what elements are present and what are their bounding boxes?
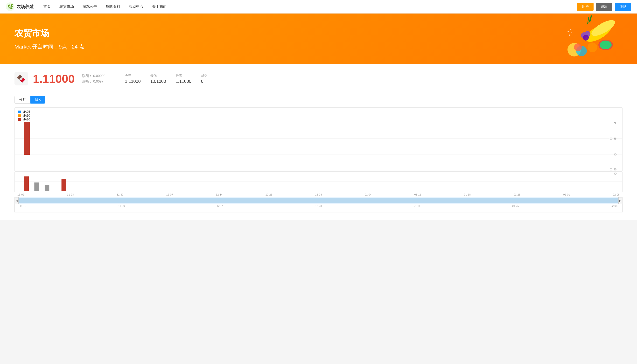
stat-low: 最低 1.01000 (150, 74, 166, 84)
svg-rect-32 (45, 185, 49, 191)
x-label-12: 02-08 (613, 193, 620, 196)
open-value: 1.11000 (125, 79, 141, 84)
main-content: 🍫 1.11000 涨额： 0.00000 涨幅： 0.00% 今开 1.110… (0, 64, 637, 220)
legend-ma10-dot (18, 114, 21, 117)
x-label-0: 11-09 (18, 193, 24, 196)
x-label-7: 01-04 (365, 193, 372, 196)
tab-minute[interactable]: 分时 (14, 96, 30, 104)
legend-ma30-label: MA30 (22, 118, 30, 121)
svg-point-16 (570, 29, 571, 30)
high-label: 最高 (176, 74, 192, 78)
logo-text: 农场养殖 (16, 4, 34, 10)
svg-rect-25 (24, 122, 30, 155)
price-row: 🍫 1.11000 涨额： 0.00000 涨幅： 0.00% 今开 1.110… (14, 72, 622, 91)
price-changes: 涨额： 0.00000 涨幅： 0.00% (82, 74, 106, 84)
user-button[interactable]: 用户 (577, 3, 594, 11)
svg-text:0.5: 0.5 (610, 137, 617, 140)
svg-text:🌿: 🌿 (7, 4, 13, 10)
scroll-label-0: 11-16 (20, 204, 26, 207)
x-label-8: 01-11 (414, 193, 421, 196)
low-value: 1.01000 (150, 79, 166, 84)
logo[interactable]: 🌿 农场养殖 (6, 2, 34, 11)
change-pct-label: 涨幅： (82, 80, 92, 83)
nav-home[interactable]: 首页 (44, 4, 51, 9)
scroll-thumb[interactable] (18, 198, 618, 203)
main-chart: MA05 MA10 MA30 1 0.5 0 -0.5 (14, 108, 622, 172)
svg-point-8 (583, 35, 589, 40)
hero-title: 农贸市场 (14, 28, 84, 39)
hero-banner: 农贸市场 Market 开盘时间：9点 - 24 点 (0, 14, 637, 64)
hero-decoration (550, 14, 622, 64)
scroll-row[interactable]: ◀ ▶ (15, 197, 622, 204)
farm-button[interactable]: 农场 (615, 3, 631, 11)
svg-point-9 (588, 42, 597, 52)
scroll-right-btn[interactable]: ▶ (618, 197, 622, 204)
logo-icon: 🌿 (6, 2, 14, 11)
change-amount-label: 涨额： (82, 74, 92, 78)
nav-market[interactable]: 农贸市场 (60, 4, 74, 9)
legend-ma10-label: MA10 (22, 114, 30, 117)
svg-point-14 (571, 32, 572, 33)
tab-daily[interactable]: 日K (30, 96, 45, 104)
scroll-bar-area[interactable]: ◀ ▶ 11-16 11-30 12-14 12-28 01-11 01-25 … (14, 197, 622, 212)
scroll-label-2: 12-14 (216, 204, 223, 207)
x-label-9: 01-18 (464, 193, 471, 196)
scroll-label-1: 11-30 (118, 204, 125, 207)
svg-rect-31 (34, 182, 39, 191)
chart-tabs: 分时 日K (14, 96, 622, 104)
nav-actions: 用户 退出 农场 (577, 3, 631, 11)
stat-open: 今开 1.11000 (125, 74, 141, 84)
stat-vol: 成交 0 (201, 74, 207, 84)
legend-ma05-label: MA05 (22, 110, 30, 114)
navbar: 🌿 农场养殖 首页 农贸市场 游戏公告 攻略资料 帮助中心 关于我们 用户 退出… (0, 0, 637, 14)
low-label: 最低 (150, 74, 166, 78)
x-label-5: 12-21 (266, 193, 272, 196)
legend-ma05-dot (18, 110, 21, 113)
chart-legend: MA05 MA10 MA30 (15, 108, 622, 122)
scroll-label-3: 12-28 (315, 204, 322, 207)
scroll-label-5: 01-25 (512, 204, 519, 207)
svg-rect-30 (24, 176, 29, 191)
volume-chart-svg: 0 (15, 172, 622, 191)
svg-text:-0.5: -0.5 (608, 168, 617, 170)
scroll-left-btn[interactable]: ◀ (15, 197, 18, 204)
x-label-11: 02-01 (563, 193, 570, 196)
nav-help[interactable]: 帮助中心 (129, 4, 144, 9)
change-pct-row: 涨幅： 0.00% (82, 79, 106, 84)
x-label-2: 11-30 (116, 193, 123, 196)
nav-guide[interactable]: 攻略资料 (106, 4, 120, 9)
nav-announcement[interactable]: 游戏公告 (82, 4, 97, 9)
svg-text:1: 1 (614, 122, 617, 125)
hero-text: 农贸市场 Market 开盘时间：9点 - 24 点 (14, 28, 84, 50)
x-axis-labels: 11-09 11-23 11-30 12-07 12-14 12-21 12-2… (14, 192, 622, 197)
svg-point-13 (569, 34, 570, 36)
vol-label: 成交 (201, 74, 207, 78)
change-amount-row: 涨额： 0.00000 (82, 74, 106, 78)
legend-ma10: MA10 (18, 114, 620, 117)
change-pct-value: 0.00% (93, 80, 103, 83)
scroll-x-labels: 11-16 11-30 12-14 12-28 01-11 01-25 02-0… (15, 204, 622, 208)
price-divider (115, 72, 116, 86)
price-value: 1.11000 (33, 72, 75, 86)
stat-high: 最高 1.11000 (176, 74, 192, 84)
x-label-1: 11-23 (67, 193, 74, 196)
drag-handle[interactable]: ⠿ (15, 208, 622, 212)
legend-ma05: MA05 (18, 110, 620, 114)
nav-about[interactable]: 关于我们 (152, 4, 166, 9)
legend-ma30-dot (18, 118, 21, 121)
logout-button[interactable]: 退出 (596, 3, 612, 11)
scroll-inner[interactable] (18, 197, 618, 204)
x-label-6: 12-28 (315, 193, 322, 196)
hero-fruit-decoration (550, 14, 622, 64)
open-label: 今开 (125, 74, 141, 78)
svg-point-5 (600, 40, 612, 49)
svg-text:0: 0 (614, 172, 617, 175)
x-label-10: 01-25 (514, 193, 520, 196)
x-label-4: 12-14 (216, 193, 222, 196)
high-value: 1.11000 (176, 79, 192, 84)
svg-text:0: 0 (614, 153, 617, 156)
product-icon: 🍫 (14, 72, 28, 86)
svg-point-15 (568, 31, 569, 32)
svg-point-12 (574, 44, 582, 51)
volume-chart: 0 (14, 172, 622, 192)
